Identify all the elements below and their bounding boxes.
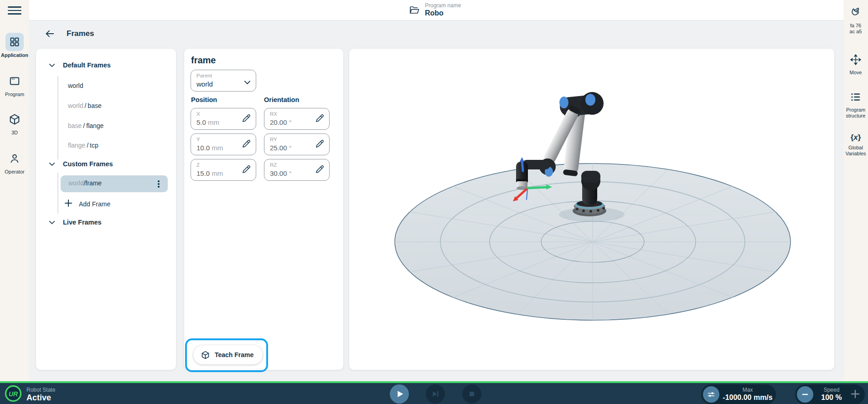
parent-select-value: world (196, 80, 213, 88)
orientation-ry-field[interactable]: RY 25.00 ° (264, 133, 330, 155)
edit-pencil-icon[interactable] (241, 164, 252, 175)
variables-icon: {x} (851, 133, 861, 142)
play-button[interactable] (390, 384, 409, 404)
orientation-group-label: Orientation (264, 96, 299, 103)
tree-section-live-frames[interactable]: Live Frames (49, 218, 102, 226)
field-label: Y (196, 137, 200, 142)
max-speed-pill: Max -1000.00 mm/s (701, 384, 776, 404)
robot-state-chip[interactable]: UR Robot State Active (5, 385, 55, 404)
page-title: Frames (67, 29, 94, 38)
sidebar-item-label: Global Variables (843, 145, 868, 156)
application-grid-icon (5, 33, 24, 51)
frame-name: flange (86, 122, 103, 129)
list-icon (850, 97, 862, 104)
edit-pencil-icon[interactable] (241, 113, 252, 124)
field-unit: mm (208, 118, 219, 126)
edit-pencil-icon[interactable] (314, 139, 325, 150)
frame-detail-panel: frame Parent world Position Orientation … (184, 49, 343, 370)
field-value: 20.00 (270, 118, 287, 126)
tree-item-world-frame-selected[interactable]: world/frame (61, 175, 168, 192)
plus-icon (64, 199, 72, 209)
tree-section-label: Live Frames (63, 219, 102, 226)
speed-settings-button[interactable] (703, 386, 719, 403)
position-x-field[interactable]: X 5.0 mm (191, 108, 256, 130)
teach-frame-button[interactable]: Teach Frame (193, 345, 263, 364)
sidebar-item-3d[interactable]: 3D (0, 110, 29, 135)
frame-parent: world (68, 102, 83, 109)
menu-icon[interactable] (8, 4, 21, 15)
field-value: 5.0 (196, 118, 206, 126)
sidebar-item-label: Move (843, 70, 868, 76)
tree-guide-line (57, 173, 58, 214)
chevron-down-icon (49, 218, 55, 226)
field-value: 30.00 (270, 169, 287, 177)
tree-item-world[interactable]: world (68, 82, 83, 89)
edit-pencil-icon[interactable] (241, 139, 252, 150)
program-window-icon (5, 72, 24, 90)
top-bar: Program name Robo (29, 0, 843, 20)
field-value: 15.0 (196, 169, 210, 177)
speed-decrease-button[interactable] (797, 386, 813, 403)
stop-button[interactable] (462, 384, 481, 404)
frames-tree-panel: Default Frames world world/base base/fla… (36, 49, 176, 370)
ur-logo: UR (5, 385, 22, 404)
sidebar-item-label: Operator (0, 169, 29, 174)
speed-increase-button[interactable] (849, 389, 861, 400)
frame-name: base (88, 102, 101, 109)
parent-select-label: Parent (196, 73, 212, 78)
field-label: RY (270, 137, 277, 142)
sidebar-item-global-variables[interactable]: {x} Global Variables (843, 133, 868, 156)
kebab-menu-icon[interactable] (155, 179, 162, 189)
orientation-rz-field[interactable]: RZ 30.00 ° (264, 159, 330, 181)
edit-pencil-icon[interactable] (314, 164, 325, 175)
robot-state-value: Active (26, 393, 55, 403)
sidebar-item-move[interactable]: Move (843, 54, 868, 76)
field-label: Z (196, 162, 200, 168)
tree-section-custom-frames[interactable]: Custom Frames (49, 160, 113, 168)
field-unit: mm (212, 144, 223, 152)
tree-item-base-flange[interactable]: base/flange (68, 122, 103, 129)
frame-separator: / (82, 122, 86, 129)
viewport-3d[interactable] (349, 49, 834, 370)
tree-section-label: Default Frames (63, 61, 111, 69)
right-sidebar: fa 76 ac a5 Move Program structure {x} G… (843, 0, 868, 381)
position-group-label: Position (191, 96, 217, 103)
add-frame-button[interactable]: Add Frame (64, 199, 110, 209)
sidebar-item-label: 3D (0, 130, 29, 135)
position-z-field[interactable]: Z 15.0 mm (191, 159, 256, 181)
frame-parent: world (68, 179, 83, 187)
badge-line-2: ac a5 (843, 29, 868, 35)
sidebar-item-program-structure[interactable]: Program structure (843, 91, 868, 118)
move-arrows-icon (850, 59, 862, 67)
back-button[interactable] (45, 29, 55, 38)
hand-guide-item[interactable]: fa 76 ac a5 (843, 5, 868, 35)
orientation-rx-field[interactable]: RX 20.00 ° (264, 108, 330, 130)
bottom-control-bar: UR Robot State Active Max -1000.00 mm/s (0, 381, 868, 404)
sidebar-item-program[interactable]: Program (0, 72, 29, 97)
sidebar-item-application[interactable]: Application (0, 33, 29, 58)
speed-value: 100 % (815, 394, 848, 402)
tree-item-world-base[interactable]: world/base (68, 102, 102, 109)
add-frame-label: Add Frame (79, 200, 110, 208)
program-name-chip[interactable]: Program name Robo (408, 2, 461, 17)
tree-guide-line (57, 76, 58, 159)
tree-item-flange-tcp[interactable]: flange/tcp (68, 142, 98, 149)
frame-parent: flange (68, 142, 85, 149)
max-label: Max (721, 387, 774, 393)
sidebar-item-operator[interactable]: Operator (0, 149, 29, 174)
frame-name: tcp (90, 142, 98, 149)
field-value: 25.00 (270, 144, 287, 152)
cube-icon (201, 350, 210, 360)
parent-select[interactable]: Parent world (191, 70, 256, 92)
field-unit: ° (289, 169, 292, 177)
tree-section-default-frames[interactable]: Default Frames (49, 61, 111, 69)
teach-frame-label: Teach Frame (215, 351, 253, 358)
skip-next-button[interactable] (426, 384, 445, 404)
frame-name: frame (85, 179, 102, 187)
edit-pencil-icon[interactable] (314, 113, 325, 124)
chevron-down-icon (49, 61, 55, 69)
frame-separator: / (83, 102, 88, 109)
frame-title: frame (191, 55, 216, 66)
teach-frame-focus-ring: Teach Frame (185, 338, 268, 372)
position-y-field[interactable]: Y 10.0 mm (191, 133, 256, 155)
